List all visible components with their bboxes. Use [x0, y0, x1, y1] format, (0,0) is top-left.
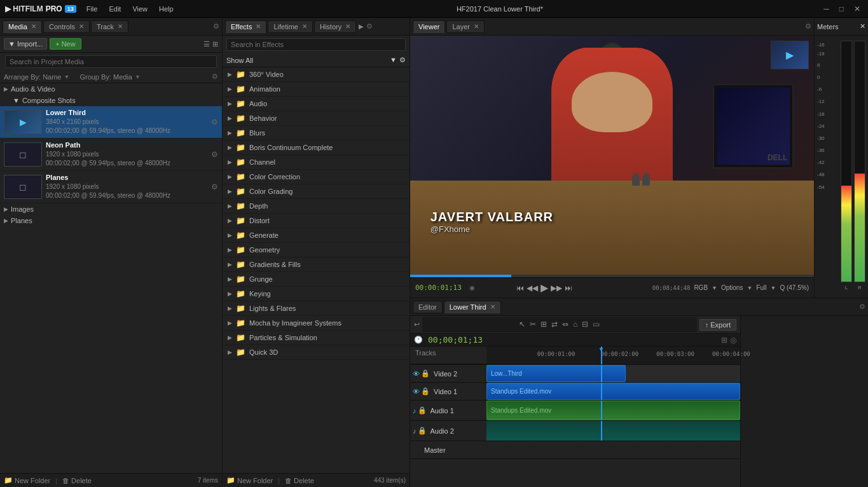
minimize-button[interactable]: ─	[821, 4, 832, 13]
viewer-timecode-icon[interactable]: ◉	[469, 284, 475, 291]
zoom-arrow[interactable]: ▼	[770, 285, 776, 291]
panel-options-icon[interactable]: ⚙	[213, 22, 219, 31]
delete-effects-button[interactable]: 🗑 Delete	[285, 477, 314, 484]
zoom-label[interactable]: Full	[756, 284, 766, 291]
options-arrow[interactable]: ▼	[747, 285, 752, 291]
menu-view[interactable]: View	[127, 4, 153, 14]
track-visibility-video1[interactable]: 👁	[413, 388, 420, 395]
ripple-icon[interactable]: ◎	[730, 336, 736, 345]
tool-gap[interactable]: ▭	[591, 319, 601, 330]
viewer-panel-options[interactable]: ⚙	[805, 22, 811, 31]
effects-filter-icon[interactable]: ▼	[390, 56, 397, 64]
tab-layer[interactable]: Layer ✕	[446, 20, 485, 33]
effect-keying[interactable]: ▶ 📁 Keying	[223, 287, 410, 301]
effect-behavior[interactable]: ▶ 📁 Behavior	[223, 111, 410, 126]
tab-more-icon[interactable]: ▶	[359, 23, 364, 30]
clip-video1[interactable]: Standups Edited.mov	[486, 383, 740, 400]
tool-ripple[interactable]: ⊞	[539, 319, 548, 330]
effect-animation[interactable]: ▶ 📁 Animation	[223, 82, 410, 97]
track-lock-video2[interactable]: 🔒	[421, 369, 430, 378]
images-header[interactable]: ▶ Images	[0, 203, 222, 215]
track-visibility-audio1[interactable]: ♪	[413, 407, 417, 415]
delete-media-button[interactable]: 🗑 Delete	[62, 477, 92, 484]
effect-generate[interactable]: ▶ 📁 Generate	[223, 228, 410, 243]
media-gear-neon-path[interactable]: ⚙	[211, 150, 218, 159]
track-lock-video1[interactable]: 🔒	[421, 387, 430, 395]
step-forward-icon[interactable]: ⏭	[565, 284, 572, 292]
effect-color-correction[interactable]: ▶ 📁 Color Correction	[223, 170, 410, 184]
new-folder-effects-button[interactable]: 📁 New Folder	[226, 476, 273, 484]
tool-slip[interactable]: ⇄	[550, 319, 559, 330]
effect-gradients[interactable]: ▶ 📁 Gradients & Fills	[223, 257, 410, 272]
tab-controls-close[interactable]: ✕	[79, 23, 84, 30]
new-folder-button[interactable]: 📁 New Folder	[4, 476, 50, 484]
tool-select[interactable]: ↖	[518, 319, 527, 330]
tool-razor[interactable]: ✂	[528, 319, 537, 330]
rgb-arrow[interactable]: ▼	[712, 285, 717, 291]
effect-quick3d[interactable]: ▶ 📁 Quick 3D	[223, 345, 410, 360]
prev-frame-icon[interactable]: ◀◀	[527, 284, 538, 292]
tab-controls[interactable]: Controls ✕	[43, 20, 90, 33]
zoom-percent[interactable]: Q (47.5%)	[780, 284, 809, 291]
effect-360-video[interactable]: ▶ 📁 360° Video	[223, 67, 410, 82]
composite-shots-header[interactable]: ▼ Composite Shots	[0, 95, 222, 106]
media-item-planes[interactable]: ◻ Planes 1920 x 1080 pixels 00:00:02;00 …	[0, 171, 222, 203]
effect-channel[interactable]: ▶ 📁 Channel	[223, 155, 410, 170]
effect-particles[interactable]: ▶ 📁 Particles & Simulation	[223, 331, 410, 345]
track-visibility-video2[interactable]: 👁	[413, 370, 420, 378]
effects-options-icon[interactable]: ⚙	[399, 56, 406, 64]
effect-grunge[interactable]: ▶ 📁 Grunge	[223, 272, 410, 287]
list-view-icon[interactable]: ☰	[203, 40, 210, 48]
group-arrow[interactable]: ▼	[135, 74, 141, 80]
tab-history[interactable]: History ✕	[314, 20, 356, 33]
clip-lower-third[interactable]: Low...Third	[486, 365, 626, 382]
play-button[interactable]: ▶	[541, 282, 548, 294]
effect-blurs[interactable]: ▶ 📁 Blurs	[223, 126, 410, 141]
tab-media-close[interactable]: ✕	[31, 23, 36, 30]
planes-header[interactable]: ▶ Planes	[0, 215, 222, 226]
media-gear-lower-third[interactable]: ⚙	[211, 118, 218, 127]
meters-close[interactable]: ✕	[860, 22, 865, 31]
effects-search-input[interactable]	[226, 38, 406, 51]
tab-editor[interactable]: Editor	[413, 301, 443, 313]
tool-slide[interactable]: ⇔	[561, 319, 570, 330]
tab-track-close[interactable]: ✕	[118, 23, 123, 30]
clip-audio1[interactable]: Standups Edited.mov	[486, 401, 740, 420]
tab-track[interactable]: Track ✕	[91, 20, 128, 33]
audio-video-header[interactable]: ▶ Audio & Video	[0, 83, 222, 95]
effect-color-grading[interactable]: ▶ 📁 Color Grading	[223, 184, 410, 199]
tab-effects[interactable]: Effects ✕	[225, 20, 266, 33]
tab-lower-third-close[interactable]: ✕	[490, 303, 495, 310]
track-lock-audio2[interactable]: 🔒	[418, 427, 427, 435]
tool-rate[interactable]: ⌂	[572, 319, 579, 330]
menu-file[interactable]: File	[81, 4, 103, 14]
tab-lifetime[interactable]: Lifetime ✕	[268, 20, 313, 33]
step-back-icon[interactable]: ⏮	[516, 284, 524, 292]
menu-edit[interactable]: Edit	[104, 4, 126, 14]
rgb-label[interactable]: RGB	[694, 284, 708, 291]
grid-view-icon[interactable]: ⊞	[212, 40, 218, 48]
arrange-options-icon[interactable]: ⚙	[212, 72, 218, 81]
media-item-lower-third[interactable]: ▶ Lower Third 3840 x 2160 pixels 00:00:0…	[0, 106, 222, 139]
effect-depth[interactable]: ▶ 📁 Depth	[223, 199, 410, 214]
tool-crop[interactable]: ⊟	[581, 319, 589, 330]
meters-tab-label[interactable]: Meters	[817, 23, 839, 31]
tab-lower-third[interactable]: Lower Third ✕	[444, 301, 501, 313]
close-button[interactable]: ✕	[851, 4, 863, 13]
effect-boris[interactable]: ▶ 📁 Boris Continuum Complete	[223, 141, 410, 155]
effect-distort[interactable]: ▶ 📁 Distort	[223, 214, 410, 228]
search-media-input[interactable]	[5, 55, 217, 68]
track-visibility-audio2[interactable]: ♪	[413, 427, 417, 435]
track-lock-audio1[interactable]: 🔒	[418, 406, 427, 415]
maximize-button[interactable]: □	[837, 4, 846, 13]
tab-media[interactable]: Media ✕	[3, 20, 42, 33]
tab-viewer[interactable]: Viewer	[413, 20, 445, 33]
media-item-neon-path[interactable]: ◻ Neon Path 1920 x 1080 pixels 00:00:02;…	[0, 139, 222, 171]
tab-history-close[interactable]: ✕	[345, 23, 350, 30]
tab-effects-close[interactable]: ✕	[256, 23, 261, 30]
arrange-arrow[interactable]: ▼	[64, 74, 69, 80]
undo-icon[interactable]: ↩	[414, 320, 420, 329]
effect-mocha[interactable]: ▶ 📁 Mocha by Imagineer Systems	[223, 316, 410, 331]
options-label[interactable]: Options	[721, 284, 743, 291]
new-button[interactable]: + New	[50, 38, 81, 50]
